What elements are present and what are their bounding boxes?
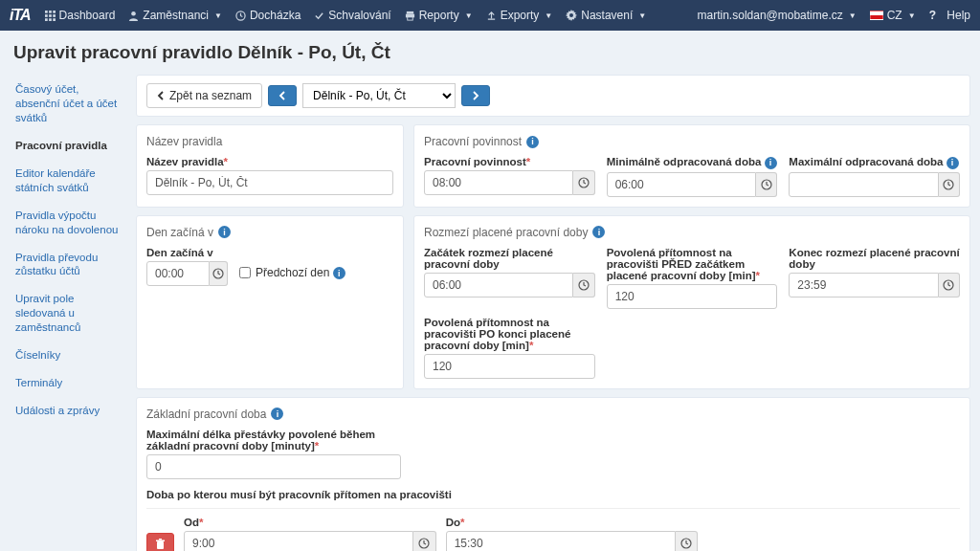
record-toolbar: Zpět na seznam Dělník - Po, Út, Čt: [136, 75, 970, 117]
clock-picker-button[interactable]: [413, 531, 436, 552]
field-label: Den začíná v: [146, 247, 228, 258]
sidebar-item-6[interactable]: Číselníky: [15, 348, 121, 363]
day-start-input[interactable]: [146, 261, 210, 286]
field-label: Začátek rozmezí placené pracovní doby: [424, 247, 595, 270]
clock-picker-button[interactable]: [573, 273, 595, 298]
info-icon[interactable]: i: [271, 408, 283, 420]
chevron-left-icon: [157, 91, 165, 100]
clock-picker-button[interactable]: [756, 172, 778, 197]
next-button[interactable]: [461, 85, 490, 106]
section-day-start: Den začíná v i Den začíná v Předchozí de…: [136, 215, 404, 389]
sidebar-item-1[interactable]: Pracovní pravidla: [15, 139, 121, 153]
nav-approval[interactable]: Schvalování: [314, 9, 390, 22]
nav-attendance[interactable]: Docházka: [235, 9, 301, 22]
prev-day-checkbox[interactable]: [239, 267, 251, 278]
clock-icon: [943, 179, 954, 190]
min-worked-input[interactable]: [607, 172, 756, 197]
user-menu[interactable]: martin.soldan@mobatime.cz▼: [698, 9, 857, 22]
gear-icon: [566, 10, 577, 21]
info-icon[interactable]: i: [218, 226, 231, 238]
info-icon[interactable]: i: [592, 226, 605, 238]
app-logo: iTA: [10, 7, 31, 24]
print-icon: [405, 11, 415, 21]
nav-dashboard[interactable]: Dashboard: [45, 9, 116, 22]
svg-rect-23: [159, 539, 162, 540]
section-core-time: Základní pracovní doba i Maximální délka…: [136, 397, 970, 552]
export-icon: [486, 11, 497, 21]
svg-rect-6: [45, 18, 48, 21]
grid-icon: [45, 11, 56, 21]
nav-exports[interactable]: Exporty▼: [486, 9, 553, 22]
sidebar-item-4[interactable]: Pravidla převodu zůstatku účtů: [15, 251, 121, 279]
info-icon[interactable]: i: [765, 157, 777, 169]
sidebar-item-2[interactable]: Editor kalendáře státních svátků: [15, 166, 121, 195]
lang-menu[interactable]: CZ▼: [870, 9, 916, 22]
top-nav: Dashboard Zaměstnanci▼ Docházka Schvalov…: [45, 9, 698, 22]
topbar: iTA Dashboard Zaměstnanci▼ Docházka Schv…: [0, 0, 980, 31]
svg-point-14: [569, 13, 573, 17]
to-input[interactable]: [446, 531, 676, 552]
nav-employees[interactable]: Zaměstnanci▼: [128, 9, 222, 22]
sidebar: Časový účet, absenční účet a účet svátků…: [10, 75, 126, 551]
rule-name-input[interactable]: [146, 170, 393, 195]
field-label: Povolená přítomnost na pracovišti PŘED z…: [607, 247, 778, 281]
svg-rect-7: [49, 18, 52, 21]
after-min-input[interactable]: [424, 354, 595, 379]
svg-rect-4: [49, 14, 52, 17]
max-break-input[interactable]: [146, 454, 401, 479]
svg-point-9: [132, 11, 137, 15]
section-title: Den začíná v i: [146, 226, 393, 239]
clock-icon: [235, 11, 246, 21]
clock-picker-button[interactable]: [210, 261, 228, 286]
clock-icon: [418, 538, 430, 549]
prev-button[interactable]: [268, 85, 297, 106]
sidebar-item-5[interactable]: Upravit pole sledovaná u zaměstnanců: [15, 292, 121, 335]
clock-picker-button[interactable]: [573, 170, 595, 195]
from-input[interactable]: [184, 531, 413, 552]
clock-icon: [578, 279, 590, 291]
field-label: Do*: [446, 517, 699, 528]
help-link[interactable]: ? Help: [929, 9, 970, 22]
clock-picker-button[interactable]: [676, 531, 699, 552]
rule-select[interactable]: Dělník - Po, Út, Čt: [302, 83, 456, 108]
nav-settings[interactable]: Nastavení▼: [566, 9, 646, 22]
sidebar-item-0[interactable]: Časový účet, absenční účet a účet svátků: [15, 82, 121, 125]
info-icon[interactable]: i: [947, 157, 959, 169]
svg-rect-1: [49, 11, 52, 13]
section-title: Název pravidla: [146, 135, 393, 148]
field-label: Maximální odpracovaná doba i: [789, 156, 960, 169]
sidebar-item-3[interactable]: Pravidla výpočtu nároku na dovolenou: [15, 209, 121, 237]
section-obligation: Pracovní povinnost i Pracovní povinnost*…: [413, 124, 970, 208]
clock-icon: [943, 279, 954, 291]
clock-icon: [761, 179, 772, 190]
before-min-input[interactable]: [607, 284, 778, 309]
trash-icon: [155, 539, 166, 550]
user-icon: [128, 11, 139, 21]
clock-icon: [212, 268, 224, 279]
info-icon[interactable]: i: [526, 136, 539, 148]
field-label: Název pravidla*: [146, 156, 393, 167]
checkbox-label: Předchozí den i: [256, 266, 345, 280]
svg-rect-22: [156, 540, 165, 541]
back-button[interactable]: Zpět na seznam: [146, 83, 262, 108]
info-icon[interactable]: i: [333, 267, 345, 279]
range-end-input[interactable]: [789, 273, 938, 298]
clock-picker-button[interactable]: [939, 172, 961, 197]
field-label: Povolená přítomnost na pracovišti PO kon…: [424, 317, 595, 351]
max-worked-input[interactable]: [789, 172, 938, 197]
svg-rect-3: [45, 14, 48, 17]
clock-icon: [578, 177, 590, 188]
delete-row-button[interactable]: [146, 533, 174, 552]
obligation-input[interactable]: [424, 170, 573, 195]
clock-picker-button[interactable]: [939, 273, 961, 298]
sidebar-item-8[interactable]: Události a zprávy: [15, 404, 121, 418]
svg-rect-0: [45, 11, 48, 13]
range-start-input[interactable]: [424, 273, 573, 298]
page-title: Upravit pracovní pravidlo Dělník - Po, Ú…: [0, 31, 980, 75]
field-label: Konec rozmezí placené pracovní doby: [789, 247, 960, 270]
section-title: Rozmezí placené pracovní doby i: [424, 226, 960, 239]
sidebar-item-7[interactable]: Terminály: [15, 376, 121, 390]
section-title: Základní pracovní doba i: [146, 408, 960, 421]
svg-rect-11: [407, 11, 413, 13]
nav-reports[interactable]: Reporty▼: [405, 9, 473, 22]
